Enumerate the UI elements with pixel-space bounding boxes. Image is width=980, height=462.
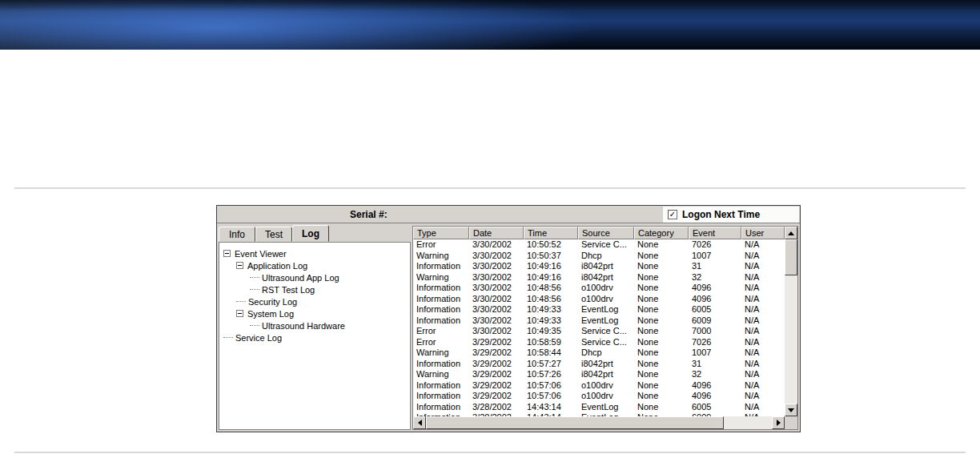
cell-type: Information (413, 304, 469, 315)
tab-test[interactable]: Test (255, 227, 292, 242)
cell-type: Warning (413, 348, 469, 359)
scroll-down-button[interactable] (785, 404, 797, 416)
cell-time: 10:57:26 (524, 369, 578, 380)
cell-type: Information (413, 315, 469, 327)
table-row[interactable]: Error 3/30/2002 10:50:52 Service C... No… (413, 239, 785, 251)
table-row[interactable]: Information 3/29/2002 10:57:27 i8042prt … (413, 359, 785, 370)
cell-type: Information (413, 380, 469, 392)
tab-log[interactable]: Log (292, 225, 329, 242)
cell-time: 10:49:35 (524, 326, 578, 337)
cell-date: 3/30/2002 (469, 304, 524, 315)
cell-time: 10:49:16 (524, 261, 578, 272)
tree-item-ultrasound-app-log[interactable]: Ultrasound App Log (219, 271, 410, 283)
tree-connector (250, 325, 259, 326)
table-row[interactable]: Error 3/30/2002 10:49:35 Service C... No… (413, 326, 785, 337)
table-row[interactable]: Information 3/30/2002 10:48:56 o100drv N… (413, 294, 785, 305)
logon-next-time-label[interactable]: Logon Next Time (682, 209, 760, 220)
up-arrow-icon (788, 231, 794, 235)
cell-user: N/A (741, 359, 785, 370)
vertical-scrollbar[interactable] (785, 227, 797, 416)
cell-source: EventLog (578, 304, 634, 315)
cell-date: 3/30/2002 (469, 315, 524, 327)
table-row[interactable]: Information 3/30/2002 10:48:56 o100drv N… (413, 283, 785, 294)
tree-item-system-log[interactable]: System Log (219, 307, 410, 319)
cell-category: None (634, 304, 689, 315)
cell-user: N/A (741, 294, 785, 305)
cell-time: 10:49:33 (524, 304, 578, 315)
cell-user: N/A (741, 369, 785, 380)
tree-item-ultrasound-hardware[interactable]: Ultrasound Hardware (219, 319, 410, 331)
tree-item-label: RST Test Log (262, 285, 315, 295)
table-row[interactable]: Information 3/30/2002 10:49:33 EventLog … (413, 304, 785, 315)
tree-item-application-log[interactable]: Application Log (219, 259, 410, 271)
collapse-icon[interactable] (236, 262, 243, 269)
table-row[interactable]: Information 3/28/2002 14:43:14 EventLog … (413, 402, 785, 413)
cell-source: Service C... (578, 337, 634, 348)
collapse-icon[interactable] (223, 250, 231, 257)
cell-category: None (634, 348, 689, 359)
tab-info[interactable]: Info (219, 227, 255, 242)
scroll-up-button[interactable] (785, 227, 797, 239)
table-row[interactable]: Warning 3/29/2002 10:58:44 Dhcp None 100… (413, 348, 785, 359)
vertical-scroll-thumb[interactable] (785, 239, 797, 275)
cell-type: Information (413, 359, 469, 370)
right-arrow-icon (777, 420, 781, 426)
collapse-icon[interactable] (236, 310, 243, 317)
cell-time: 10:57:06 (524, 391, 578, 402)
column-header-type[interactable]: Type (413, 227, 469, 239)
tree-connector (250, 289, 259, 290)
cell-category: None (634, 380, 689, 392)
table-row[interactable]: Information 3/29/2002 10:57:06 o100drv N… (413, 380, 785, 392)
column-header-date[interactable]: Date (469, 227, 524, 239)
cell-user: N/A (741, 261, 785, 272)
cell-date: 3/28/2002 (469, 402, 524, 413)
tree-item-label: Event Viewer (235, 249, 287, 259)
cell-user: N/A (741, 251, 785, 262)
cell-type: Information (413, 391, 469, 402)
cell-time: 10:58:59 (524, 337, 578, 348)
top-banner (0, 0, 980, 50)
left-arrow-icon (418, 420, 422, 426)
scroll-left-button[interactable] (413, 416, 426, 429)
cell-event: 4096 (689, 283, 741, 294)
table-header-row: Type Date Time Source Category Event Use… (413, 227, 785, 239)
cell-user: N/A (741, 326, 785, 337)
cell-source: i8042prt (578, 369, 634, 380)
cell-source: o100drv (578, 391, 634, 402)
cell-date: 3/30/2002 (469, 272, 524, 283)
cell-user: N/A (741, 239, 785, 251)
table-row[interactable]: Information 3/30/2002 10:49:33 EventLog … (413, 315, 785, 327)
tree-item-rst-test-log[interactable]: RST Test Log (219, 283, 410, 295)
column-header-user[interactable]: User (741, 227, 785, 239)
cell-date: 3/29/2002 (469, 391, 524, 402)
column-header-event[interactable]: Event (689, 227, 741, 239)
cell-time: 10:50:52 (524, 239, 578, 251)
top-divider (14, 187, 966, 189)
column-header-source[interactable]: Source (578, 227, 634, 239)
tree-item-service-log[interactable]: Service Log (219, 331, 410, 343)
cell-event: 4096 (689, 380, 741, 392)
tab-strip: Info Test Log (219, 225, 411, 242)
table-row[interactable]: Warning 3/29/2002 10:57:26 i8042prt None… (413, 369, 785, 380)
table-row[interactable]: Information 3/30/2002 10:49:16 i8042prt … (413, 261, 785, 272)
left-pane: Info Test Log Event Viewer Application L… (219, 225, 411, 430)
tree-item-event-viewer[interactable]: Event Viewer (219, 247, 410, 259)
tree-item-label: Application Log (247, 261, 307, 271)
tree-connector (223, 337, 233, 338)
cell-type: Warning (413, 251, 469, 262)
table-row[interactable]: Warning 3/30/2002 10:50:37 Dhcp None 100… (413, 251, 785, 262)
scroll-right-button[interactable] (772, 416, 785, 429)
horizontal-scrollbar[interactable] (413, 416, 785, 429)
down-arrow-icon (788, 408, 794, 412)
horizontal-scroll-thumb[interactable] (426, 416, 724, 429)
cell-type: Information (413, 402, 469, 413)
logon-next-time-checkbox[interactable]: ✓ (668, 210, 677, 219)
table-row[interactable]: Error 3/29/2002 10:58:59 Service C... No… (413, 337, 785, 348)
table-row[interactable]: Information 3/29/2002 10:57:06 o100drv N… (413, 391, 785, 402)
cell-source: i8042prt (578, 359, 634, 370)
bottom-divider (14, 452, 966, 453)
table-row[interactable]: Warning 3/30/2002 10:49:16 i8042prt None… (413, 272, 785, 283)
tree-item-security-log[interactable]: Security Log (219, 295, 410, 307)
column-header-category[interactable]: Category (634, 227, 689, 239)
column-header-time[interactable]: Time (524, 227, 578, 239)
